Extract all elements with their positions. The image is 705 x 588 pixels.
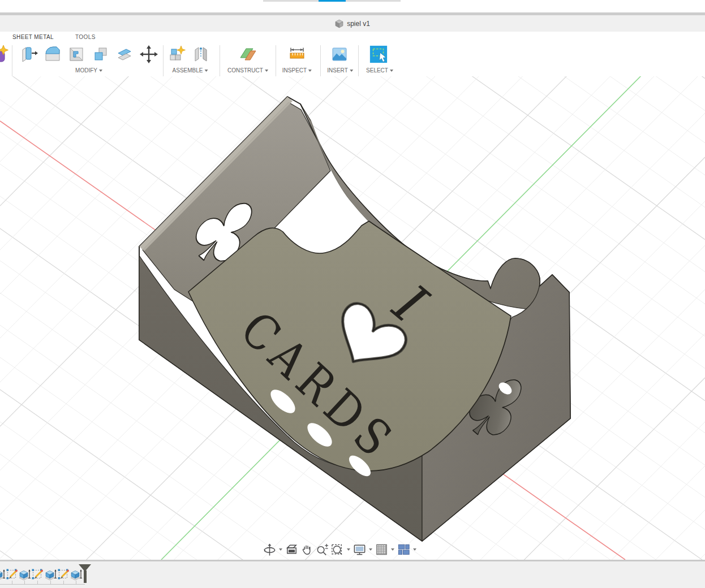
timeline-feature-sketch[interactable]: [6, 568, 18, 581]
timeline-playhead-stem[interactable]: [84, 570, 87, 583]
display-settings-button[interactable]: [352, 542, 367, 557]
group-label-construct[interactable]: CONSTRUCT: [227, 67, 268, 74]
viewport-canvas[interactable]: ♣ ♣ I CARDS: [0, 76, 705, 561]
look-at-button[interactable]: [285, 542, 299, 557]
pan-icon: [300, 542, 314, 557]
construct-plane-icon: [238, 45, 257, 64]
new-component-icon: [167, 45, 187, 64]
zoom-button[interactable]: [315, 542, 329, 557]
group-separator: [276, 45, 276, 77]
group-label-inspect[interactable]: INSPECT: [282, 67, 312, 74]
press-pull-icon: [19, 45, 38, 64]
shell-button[interactable]: [67, 44, 86, 64]
chevron-down-icon[interactable]: [413, 548, 416, 551]
group-label-select[interactable]: SELECT: [366, 67, 393, 74]
group-label-insert[interactable]: INSERT: [327, 67, 353, 74]
group-label-construct-text: CONSTRUCT: [227, 67, 263, 74]
move-copy-icon: [139, 45, 158, 64]
fillet-icon: [43, 45, 62, 64]
design-timeline: [0, 561, 705, 588]
move-copy-button[interactable]: [139, 44, 158, 64]
joint-icon: [191, 45, 210, 64]
ribbon-toolbar: SHEET METAL TOOLS: [0, 32, 705, 77]
document-title: spiel v1: [347, 20, 370, 28]
timeline-feature-sketch[interactable]: [31, 568, 44, 581]
timeline-tick: [12, 581, 12, 584]
sketch-icon: [57, 568, 70, 581]
timeline-feature-extrude[interactable]: [44, 568, 57, 581]
timeline-tick: [63, 581, 64, 584]
zoom-icon: [315, 542, 329, 557]
press-pull-button[interactable]: [19, 44, 38, 64]
measure-icon: [287, 45, 307, 64]
group-label-assemble-text: ASSEMBLE: [173, 67, 203, 74]
chevron-down-icon[interactable]: [347, 548, 350, 551]
view-navigation-bar: [263, 542, 418, 557]
grid-and-snaps-button[interactable]: [375, 542, 389, 557]
chevron-down-icon: [308, 70, 312, 72]
fillet-button[interactable]: [43, 44, 62, 64]
group-separator: [12, 45, 12, 77]
group-separator: [163, 45, 164, 77]
viewports-icon: [397, 542, 411, 557]
chevron-down-icon: [350, 70, 353, 72]
card-box-model[interactable]: ♣ ♣ I CARDS: [139, 97, 570, 541]
viewports-button[interactable]: [397, 542, 411, 557]
tab-tools[interactable]: TOOLS: [75, 34, 96, 40]
shell-icon: [67, 45, 86, 64]
timeline-tick: [76, 581, 76, 584]
viewport-scene: ♣ ♣ I CARDS: [0, 76, 705, 560]
timeline-tick: [24, 581, 25, 584]
joint-button[interactable]: [191, 44, 210, 64]
chevron-down-icon[interactable]: [391, 548, 394, 551]
chevron-down-icon[interactable]: [279, 548, 282, 551]
timeline-tick: [50, 581, 51, 584]
create-form-button[interactable]: [0, 44, 10, 64]
new-component-button[interactable]: [167, 44, 187, 64]
browser-tab-strip: [0, 0, 705, 12]
group-label-inspect-text: INSPECT: [282, 67, 307, 74]
group-label-insert-text: INSERT: [327, 67, 348, 74]
chevron-down-icon: [265, 70, 268, 72]
group-separator: [320, 45, 321, 77]
select-icon: [369, 44, 388, 64]
timeline-tick: [37, 581, 38, 584]
pan-button[interactable]: [300, 542, 314, 557]
sketch-icon: [6, 568, 18, 581]
extrude-icon: [18, 568, 31, 581]
document-cube-icon: [335, 19, 343, 28]
group-label-modify-text: MODIFY: [75, 67, 97, 74]
extrude-icon: [44, 568, 57, 581]
timeline-feature-extrude[interactable]: [18, 568, 31, 581]
orbit-button[interactable]: [263, 542, 277, 557]
measure-button[interactable]: [287, 44, 307, 64]
document-bar: spiel v1: [0, 15, 705, 32]
grid-and-snaps-icon: [375, 542, 389, 557]
group-label-modify[interactable]: MODIFY: [75, 67, 102, 74]
select-button[interactable]: [369, 44, 388, 64]
group-separator: [220, 45, 220, 77]
chevron-down-icon: [204, 70, 208, 72]
sketch-icon: [31, 568, 44, 581]
chevron-down-icon: [390, 70, 393, 72]
timeline-track: [0, 584, 85, 585]
insert-image-button[interactable]: [330, 44, 349, 64]
display-settings-icon: [352, 542, 367, 557]
active-tab-underline: [319, 0, 346, 2]
group-label-assemble[interactable]: ASSEMBLE: [173, 67, 208, 74]
offset-face-icon: [115, 45, 134, 64]
document-tab[interactable]: spiel v1: [329, 15, 376, 32]
offset-face-button[interactable]: [115, 44, 134, 64]
chevron-down-icon[interactable]: [369, 548, 372, 551]
extrude-icon: [0, 568, 5, 581]
fit-button[interactable]: [330, 542, 345, 557]
insert-image-icon: [330, 45, 349, 64]
orbit-icon: [263, 542, 277, 557]
tab-sheet-metal[interactable]: SHEET METAL: [12, 34, 54, 40]
timeline-feature-extrude[interactable]: [0, 568, 5, 581]
fit-icon: [330, 542, 345, 557]
combine-button[interactable]: [91, 44, 110, 64]
timeline-feature-sketch[interactable]: [57, 568, 70, 581]
create-form-icon: [0, 45, 10, 64]
construct-plane-button[interactable]: [238, 44, 257, 64]
